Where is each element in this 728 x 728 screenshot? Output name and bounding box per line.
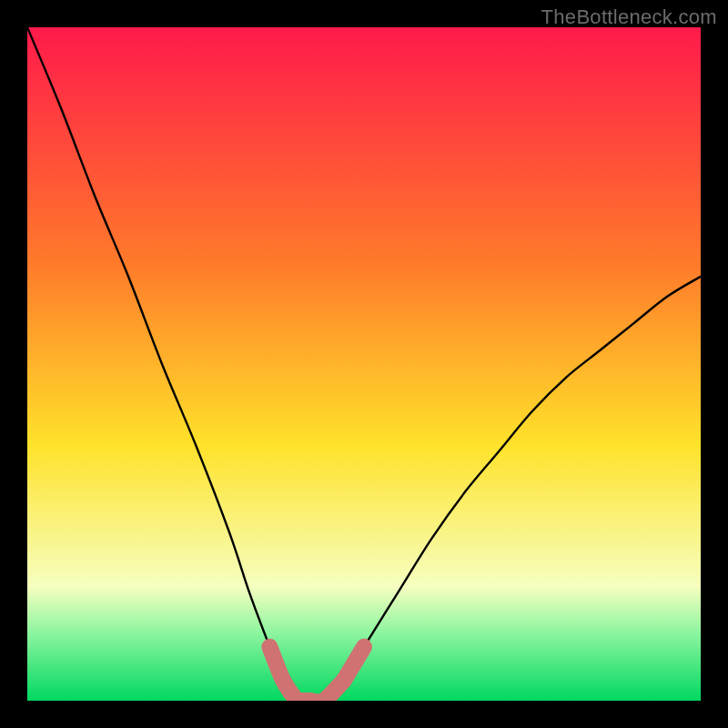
bottleneck-chart: [27, 27, 701, 701]
plot-area: [27, 27, 701, 701]
chart-frame: TheBottleneck.com: [0, 0, 728, 728]
gradient-background: [27, 27, 701, 701]
watermark-text: TheBottleneck.com: [541, 5, 717, 29]
